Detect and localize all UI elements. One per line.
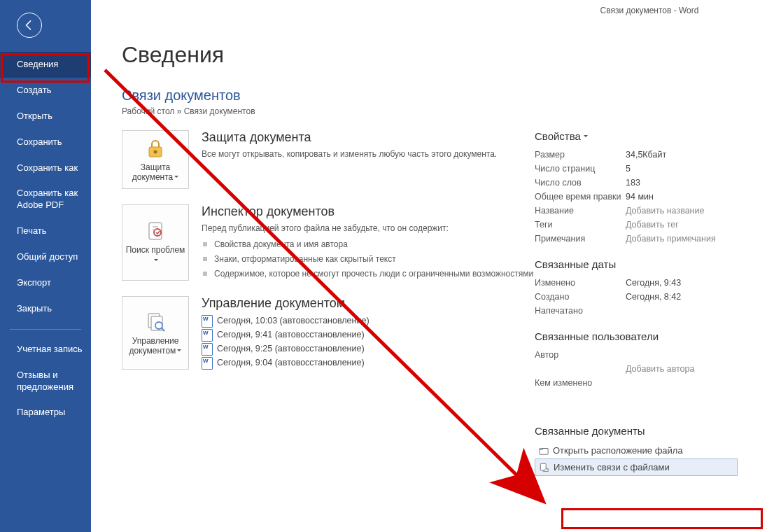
document-versions-list: Сегодня, 10:03 (автовосстановление) Сего… [202, 314, 535, 370]
version-item[interactable]: Сегодня, 10:03 (автовосстановление) [202, 314, 535, 328]
manage-icon [144, 311, 167, 333]
sidebar-item-share[interactable]: Общий доступ [0, 244, 91, 270]
prop-row-pages: Число страниц5 [535, 162, 738, 176]
inspect-icon [144, 220, 167, 242]
version-item[interactable]: Сегодня, 9:41 (автовосстановление) [202, 328, 535, 342]
inspect-section-desc: Перед публикацией этого файла не забудьт… [202, 222, 535, 234]
sidebar-item-close[interactable]: Закрыть [0, 296, 91, 322]
open-file-location-link[interactable]: Открыть расположение файла [535, 442, 738, 458]
page-title: Сведения [122, 42, 767, 68]
inspect-bullet: Содержимое, которое не смогут прочесть л… [202, 267, 535, 281]
protect-section-title: Защита документа [202, 130, 535, 145]
breadcrumb: Рабочий стол » Связи документов [122, 106, 767, 116]
links-icon [540, 463, 549, 472]
manage-section-title: Управление документом [202, 296, 535, 311]
prop-row-title: НазваниеДобавить название [535, 204, 738, 218]
sidebar-item-account[interactable]: Учетная запись [0, 337, 91, 363]
svg-point-1 [154, 150, 157, 153]
date-row-modified: ИзмененоСегодня, 9:43 [535, 276, 738, 290]
sidebar-item-options[interactable]: Параметры [0, 400, 91, 426]
sidebar-item-new[interactable]: Создать [0, 78, 91, 104]
inspect-bullet: Свойства документа и имя автора [202, 237, 535, 252]
properties-header[interactable]: Свойства [535, 130, 738, 142]
sidebar-item-info[interactable]: Сведения [0, 52, 91, 78]
document-title[interactable]: Связи документов [122, 88, 767, 104]
related-dates-header: Связанные даты [535, 258, 738, 270]
main-panel: Сведения Связи документов Рабочий стол »… [91, 0, 767, 532]
inspect-bullets: Свойства документа и имя автора Знаки, о… [202, 237, 535, 281]
lock-icon [144, 137, 167, 160]
related-documents-header: Связанные документы [535, 425, 738, 437]
back-arrow-icon [23, 19, 36, 31]
sidebar-item-save[interactable]: Сохранить [0, 130, 91, 155]
modified-by-row: Кем изменено [535, 376, 738, 390]
check-button-label: Поиск проблем [125, 245, 185, 265]
back-button[interactable] [17, 13, 42, 38]
folder-icon [539, 446, 549, 456]
sidebar-item-print[interactable]: Печать [0, 218, 91, 244]
edit-file-links-link[interactable]: Изменить связи с файлами [535, 458, 738, 476]
prop-row-words: Число слов183 [535, 176, 738, 190]
prop-row-edit-time: Общее время правки94 мин [535, 190, 738, 204]
sidebar-separator [10, 329, 81, 330]
manage-button-label: Управление документом [125, 336, 185, 356]
svg-rect-2 [149, 223, 162, 239]
related-users-header: Связанные пользователи [535, 330, 738, 342]
date-row-printed: Напечатано [535, 304, 738, 318]
check-issues-button[interactable]: Поиск проблем [122, 204, 189, 281]
manage-document-button[interactable]: Управление документом [122, 296, 189, 370]
date-row-created: СозданоСегодня, 8:42 [535, 290, 738, 304]
file-menu-sidebar: Сведения Создать Открыть Сохранить Сохра… [0, 0, 91, 532]
inspect-section-title: Инспектор документов [202, 204, 535, 219]
sidebar-item-feedback[interactable]: Отзывы и предложения [0, 363, 91, 400]
sidebar-item-saveas-pdf[interactable]: Сохранить как Adobe PDF [0, 181, 91, 218]
prop-row-tags: ТегиДобавить тег [535, 218, 738, 232]
sidebar-item-saveas[interactable]: Сохранить как [0, 155, 91, 181]
version-item[interactable]: Сегодня, 9:04 (автовосстановление) [202, 356, 535, 370]
prop-row-comments: ПримечанияДобавить примечания [535, 232, 738, 246]
inspect-bullet: Знаки, отформатированные как скрытый тек… [202, 252, 535, 267]
protect-section-desc: Все могут открывать, копировать и изменя… [202, 148, 535, 160]
author-row: Автор [535, 348, 738, 362]
version-item[interactable]: Сегодня, 9:25 (автовосстановление) [202, 342, 535, 356]
prop-row-size: Размер34,5Кбайт [535, 148, 738, 162]
add-author-row: Добавить автора [535, 362, 738, 376]
sidebar-item-export[interactable]: Экспорт [0, 270, 91, 296]
protect-button-label: Защита документа [125, 162, 185, 183]
protect-document-button[interactable]: Защита документа [122, 130, 189, 189]
sidebar-item-open[interactable]: Открыть [0, 104, 91, 130]
